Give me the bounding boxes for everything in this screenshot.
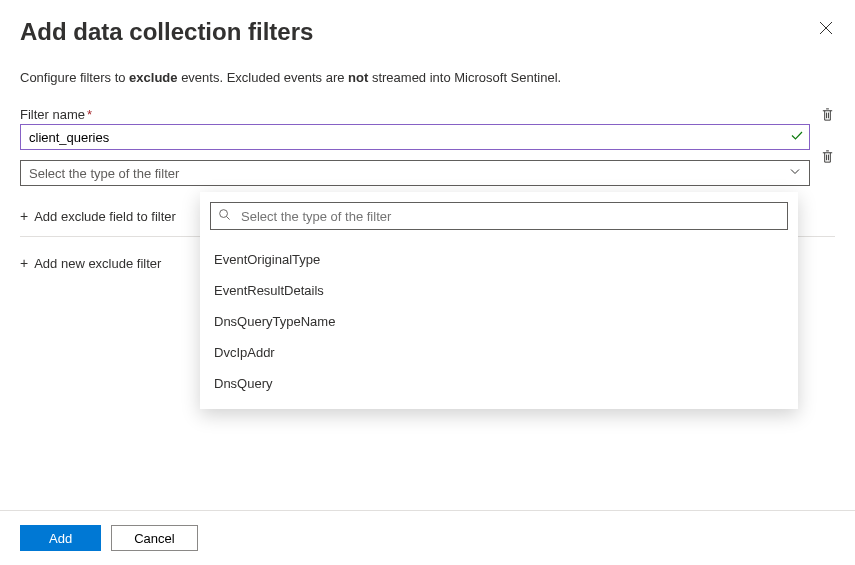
add-exclude-field-button[interactable]: + Add exclude field to filter xyxy=(20,204,176,228)
plus-icon: + xyxy=(20,255,28,271)
dropdown-item-dns-query[interactable]: DnsQuery xyxy=(210,368,788,399)
filter-name-label: Filter name* xyxy=(20,107,810,122)
filter-type-dropdown: EventOriginalType EventResultDetails Dns… xyxy=(200,192,798,409)
add-button[interactable]: Add xyxy=(20,525,101,551)
chevron-down-icon xyxy=(789,166,801,181)
filter-type-select[interactable]: Select the type of the filter xyxy=(20,160,810,186)
page-title: Add data collection filters xyxy=(20,18,313,46)
dropdown-item-dns-query-type-name[interactable]: DnsQueryTypeName xyxy=(210,306,788,337)
description-text: Configure filters to exclude events. Exc… xyxy=(20,70,835,85)
dropdown-item-dvc-ip-addr[interactable]: DvcIpAddr xyxy=(210,337,788,368)
dropdown-item-event-result-details[interactable]: EventResultDetails xyxy=(210,275,788,306)
filter-name-input[interactable] xyxy=(20,124,810,150)
close-icon[interactable] xyxy=(817,18,835,40)
cancel-button[interactable]: Cancel xyxy=(111,525,197,551)
delete-type-icon[interactable] xyxy=(820,149,835,167)
add-new-exclude-filter-button[interactable]: + Add new exclude filter xyxy=(20,251,161,275)
filter-type-placeholder: Select the type of the filter xyxy=(29,166,179,181)
footer: Add Cancel xyxy=(0,510,855,565)
delete-filter-icon[interactable] xyxy=(820,107,835,125)
plus-icon: + xyxy=(20,208,28,224)
dropdown-search-input[interactable] xyxy=(210,202,788,230)
dropdown-item-event-original-type[interactable]: EventOriginalType xyxy=(210,244,788,275)
